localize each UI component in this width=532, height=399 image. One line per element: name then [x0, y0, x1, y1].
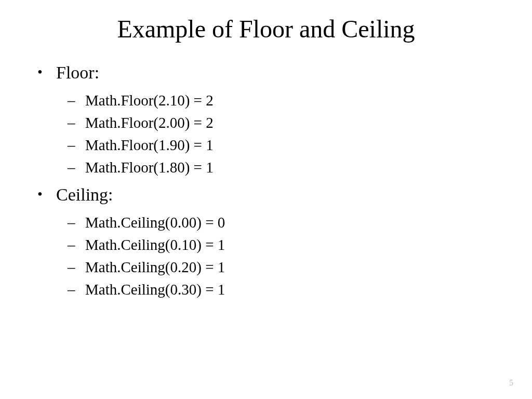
- list-item: Math.Ceiling(0.30) = 1: [85, 278, 501, 301]
- section-label: Ceiling:: [56, 185, 113, 204]
- code-example: Math.Ceiling(0.00) = 0: [85, 214, 225, 231]
- list-item: Math.Ceiling(0.00) = 0: [85, 211, 501, 234]
- code-example: Math.Floor(2.10) = 2: [85, 92, 214, 109]
- code-example: Math.Ceiling(0.30) = 1: [85, 281, 225, 298]
- list-item: Math.Ceiling(0.10) = 1: [85, 234, 501, 256]
- code-example: Math.Floor(2.00) = 2: [85, 114, 214, 131]
- sub-bullet-list: Math.Ceiling(0.00) = 0 Math.Ceiling(0.10…: [56, 211, 501, 301]
- code-example: Math.Floor(1.80) = 1: [85, 159, 214, 176]
- code-example: Math.Floor(1.90) = 1: [85, 137, 214, 153]
- slide: Example of Floor and Ceiling Floor: Math…: [0, 0, 532, 399]
- list-item: Math.Floor(2.10) = 2: [85, 89, 501, 112]
- sub-bullet-list: Math.Floor(2.10) = 2 Math.Floor(2.00) = …: [56, 89, 501, 179]
- list-item: Floor: Math.Floor(2.10) = 2 Math.Floor(2…: [56, 60, 501, 179]
- section-label: Floor:: [56, 63, 99, 82]
- code-example: Math.Ceiling(0.10) = 1: [85, 236, 225, 253]
- list-item: Math.Floor(2.00) = 2: [85, 112, 501, 134]
- code-example: Math.Ceiling(0.20) = 1: [85, 259, 225, 275]
- list-item: Math.Floor(1.80) = 1: [85, 156, 501, 179]
- bullet-list: Floor: Math.Floor(2.10) = 2 Math.Floor(2…: [31, 60, 501, 301]
- slide-title: Example of Floor and Ceiling: [31, 15, 501, 43]
- list-item: Ceiling: Math.Ceiling(0.00) = 0 Math.Cei…: [56, 182, 501, 301]
- list-item: Math.Ceiling(0.20) = 1: [85, 256, 501, 278]
- page-number: 5: [509, 378, 513, 388]
- list-item: Math.Floor(1.90) = 1: [85, 134, 501, 156]
